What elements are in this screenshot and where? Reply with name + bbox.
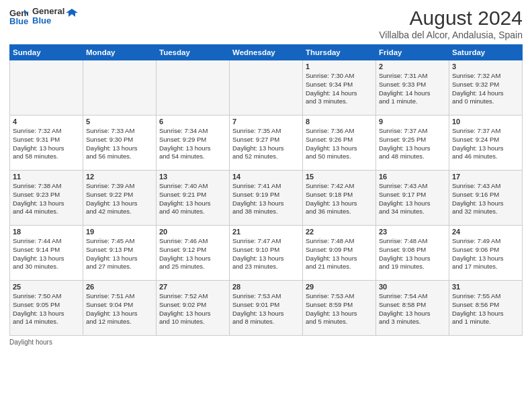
cell-content: Sunrise: 7:34 AM Sunset: 9:29 PM Dayligh… (159, 127, 226, 161)
day-number: 5 (86, 118, 153, 126)
calendar-cell: 23Sunrise: 7:48 AM Sunset: 9:08 PM Dayli… (376, 226, 449, 281)
cell-content: Sunrise: 7:53 AM Sunset: 8:59 PM Dayligh… (306, 292, 373, 326)
cell-content: Sunrise: 7:40 AM Sunset: 9:21 PM Dayligh… (159, 182, 226, 216)
day-number: 13 (159, 173, 226, 181)
logo-icon: General Blue (9, 7, 28, 26)
calendar-cell: 13Sunrise: 7:40 AM Sunset: 9:21 PM Dayli… (157, 171, 230, 226)
cell-content: Sunrise: 7:55 AM Sunset: 8:56 PM Dayligh… (452, 292, 519, 326)
day-number: 4 (13, 118, 80, 126)
day-header-wednesday: Wednesday (230, 45, 303, 60)
cell-content: Sunrise: 7:42 AM Sunset: 9:18 PM Dayligh… (306, 182, 373, 216)
day-number: 3 (452, 62, 519, 71)
calendar-table: SundayMondayTuesdayWednesdayThursdayFrid… (9, 44, 523, 336)
day-number: 1 (306, 62, 373, 71)
day-number: 27 (159, 283, 226, 291)
day-header-friday: Friday (376, 45, 449, 60)
cell-content: Sunrise: 7:48 AM Sunset: 9:08 PM Dayligh… (379, 237, 446, 271)
day-header-thursday: Thursday (303, 45, 376, 60)
cell-content: Sunrise: 7:41 AM Sunset: 9:19 PM Dayligh… (232, 182, 300, 216)
day-number: 15 (306, 173, 373, 181)
cell-content: Sunrise: 7:35 AM Sunset: 9:27 PM Dayligh… (232, 127, 300, 161)
day-number: 7 (232, 118, 300, 126)
logo-general: General (32, 7, 64, 16)
footer-note: Daylight hours (9, 338, 523, 346)
calendar-cell: 5Sunrise: 7:33 AM Sunset: 9:30 PM Daylig… (83, 116, 157, 171)
day-number: 11 (13, 173, 80, 181)
day-number: 14 (232, 173, 300, 181)
cell-content: Sunrise: 7:50 AM Sunset: 9:05 PM Dayligh… (13, 292, 80, 326)
calendar-cell: 11Sunrise: 7:38 AM Sunset: 9:23 PM Dayli… (10, 171, 83, 226)
day-number: 6 (159, 118, 226, 126)
cell-content: Sunrise: 7:48 AM Sunset: 9:09 PM Dayligh… (306, 237, 373, 271)
calendar-cell: 8Sunrise: 7:36 AM Sunset: 9:26 PM Daylig… (303, 116, 376, 171)
calendar-cell: 3Sunrise: 7:32 AM Sunset: 9:32 PM Daylig… (449, 60, 523, 116)
cell-content: Sunrise: 7:45 AM Sunset: 9:13 PM Dayligh… (86, 237, 153, 271)
calendar-cell: 29Sunrise: 7:53 AM Sunset: 8:59 PM Dayli… (303, 281, 376, 336)
cell-content: Sunrise: 7:49 AM Sunset: 9:06 PM Dayligh… (452, 237, 519, 271)
cell-content: Sunrise: 7:54 AM Sunset: 8:58 PM Dayligh… (379, 292, 446, 326)
calendar-cell: 18Sunrise: 7:44 AM Sunset: 9:14 PM Dayli… (10, 226, 83, 281)
day-number: 30 (379, 283, 446, 291)
day-header-sunday: Sunday (10, 45, 83, 60)
page: General Blue General Blue August 2024 Vi… (0, 0, 532, 411)
day-number: 10 (452, 118, 519, 126)
calendar-cell: 14Sunrise: 7:41 AM Sunset: 9:19 PM Dayli… (230, 171, 303, 226)
day-number: 23 (379, 228, 446, 236)
calendar-cell: 19Sunrise: 7:45 AM Sunset: 9:13 PM Dayli… (83, 226, 157, 281)
calendar-cell: 31Sunrise: 7:55 AM Sunset: 8:56 PM Dayli… (449, 281, 523, 336)
week-row-2: 4Sunrise: 7:32 AM Sunset: 9:31 PM Daylig… (10, 116, 523, 171)
day-number: 16 (379, 173, 446, 181)
cell-content: Sunrise: 7:37 AM Sunset: 9:25 PM Dayligh… (379, 127, 446, 161)
header: General Blue General Blue August 2024 Vi… (9, 7, 523, 40)
calendar-cell: 12Sunrise: 7:39 AM Sunset: 9:22 PM Dayli… (83, 171, 157, 226)
calendar-cell: 25Sunrise: 7:50 AM Sunset: 9:05 PM Dayli… (10, 281, 83, 336)
calendar-cell: 4Sunrise: 7:32 AM Sunset: 9:31 PM Daylig… (10, 116, 83, 171)
day-header-saturday: Saturday (449, 45, 523, 60)
day-number: 20 (159, 228, 226, 236)
calendar-cell (230, 60, 303, 116)
day-number: 26 (86, 283, 153, 291)
calendar-cell: 10Sunrise: 7:37 AM Sunset: 9:24 PM Dayli… (449, 116, 523, 171)
svg-marker-3 (66, 9, 78, 17)
day-number: 21 (232, 228, 300, 236)
cell-content: Sunrise: 7:46 AM Sunset: 9:12 PM Dayligh… (159, 237, 226, 271)
day-header-monday: Monday (83, 45, 157, 60)
calendar-cell: 6Sunrise: 7:34 AM Sunset: 9:29 PM Daylig… (157, 116, 230, 171)
cell-content: Sunrise: 7:43 AM Sunset: 9:17 PM Dayligh… (379, 182, 446, 216)
calendar-cell: 30Sunrise: 7:54 AM Sunset: 8:58 PM Dayli… (376, 281, 449, 336)
day-number: 8 (306, 118, 373, 126)
week-row-3: 11Sunrise: 7:38 AM Sunset: 9:23 PM Dayli… (10, 171, 523, 226)
calendar-header-row: SundayMondayTuesdayWednesdayThursdayFrid… (10, 45, 523, 60)
cell-content: Sunrise: 7:32 AM Sunset: 9:31 PM Dayligh… (13, 127, 80, 161)
week-row-4: 18Sunrise: 7:44 AM Sunset: 9:14 PM Dayli… (10, 226, 523, 281)
cell-content: Sunrise: 7:36 AM Sunset: 9:26 PM Dayligh… (306, 127, 373, 161)
calendar-cell: 20Sunrise: 7:46 AM Sunset: 9:12 PM Dayli… (157, 226, 230, 281)
day-number: 2 (379, 62, 446, 71)
day-number: 28 (232, 283, 300, 291)
cell-content: Sunrise: 7:31 AM Sunset: 9:33 PM Dayligh… (379, 72, 446, 106)
cell-content: Sunrise: 7:53 AM Sunset: 9:01 PM Dayligh… (232, 292, 300, 326)
day-number: 18 (13, 228, 80, 236)
cell-content: Sunrise: 7:32 AM Sunset: 9:32 PM Dayligh… (452, 72, 519, 106)
calendar-cell: 16Sunrise: 7:43 AM Sunset: 9:17 PM Dayli… (376, 171, 449, 226)
day-number: 31 (452, 283, 519, 291)
cell-content: Sunrise: 7:43 AM Sunset: 9:16 PM Dayligh… (452, 182, 519, 216)
calendar-cell (10, 60, 83, 116)
title-area: August 2024 Villalba del Alcor, Andalusi… (379, 7, 523, 40)
cell-content: Sunrise: 7:39 AM Sunset: 9:22 PM Dayligh… (86, 182, 153, 216)
calendar-cell: 22Sunrise: 7:48 AM Sunset: 9:09 PM Dayli… (303, 226, 376, 281)
day-number: 29 (306, 283, 373, 291)
calendar-cell: 21Sunrise: 7:47 AM Sunset: 9:10 PM Dayli… (230, 226, 303, 281)
calendar-cell: 15Sunrise: 7:42 AM Sunset: 9:18 PM Dayli… (303, 171, 376, 226)
day-header-tuesday: Tuesday (157, 45, 230, 60)
calendar-cell: 27Sunrise: 7:52 AM Sunset: 9:02 PM Dayli… (157, 281, 230, 336)
cell-content: Sunrise: 7:33 AM Sunset: 9:30 PM Dayligh… (86, 127, 153, 161)
day-number: 12 (86, 173, 153, 181)
logo-blue: Blue (32, 16, 64, 26)
day-number: 19 (86, 228, 153, 236)
cell-content: Sunrise: 7:38 AM Sunset: 9:23 PM Dayligh… (13, 182, 80, 216)
day-number: 25 (13, 283, 80, 291)
main-title: August 2024 (379, 7, 523, 30)
cell-content: Sunrise: 7:51 AM Sunset: 9:04 PM Dayligh… (86, 292, 153, 326)
logo: General Blue General Blue (9, 7, 78, 26)
